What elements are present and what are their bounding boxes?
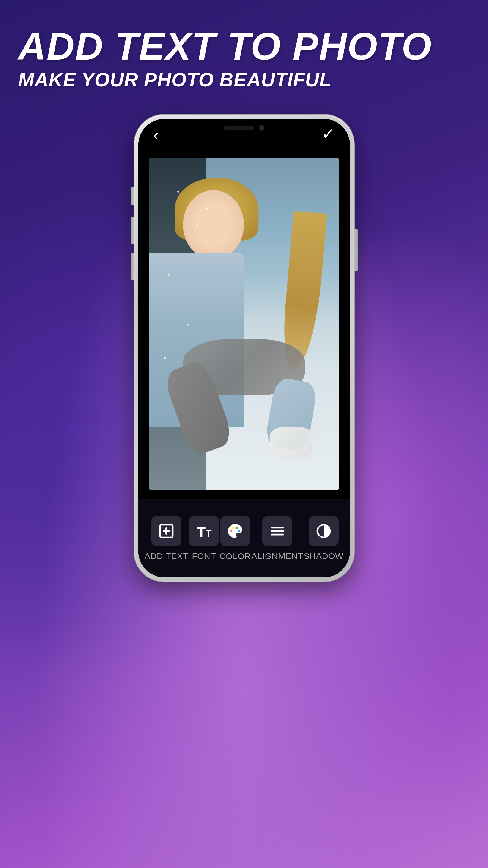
power-button <box>354 229 358 271</box>
back-button[interactable]: ‹ <box>153 127 158 143</box>
svg-text:T: T <box>205 527 211 538</box>
svg-point-6 <box>233 527 235 529</box>
shadow-icon <box>315 523 332 539</box>
alignment-icon <box>269 523 286 539</box>
silent-switch <box>130 253 134 280</box>
shadow-icon-bg <box>309 516 339 546</box>
color-icon-bg <box>220 516 250 546</box>
bottom-toolbar: ADD TEXT T T FONT <box>139 499 350 578</box>
shadow-label: SHADOW <box>304 552 344 561</box>
add-text-icon-bg <box>151 516 181 546</box>
color-tool[interactable]: COLOR <box>219 516 251 561</box>
photo-sim <box>149 158 339 490</box>
phone-mockup: ‹ ✓ <box>134 115 354 582</box>
add-text-tool[interactable]: ADD TEXT <box>144 516 188 561</box>
photo-canvas <box>139 149 350 499</box>
header-section: ADD TEXT TO PHOTO MAKE YOUR PHOTO BEAUTI… <box>18 27 470 91</box>
confirm-button[interactable]: ✓ <box>322 125 335 143</box>
font-label: FONT <box>192 552 216 561</box>
font-tool[interactable]: T T FONT <box>189 516 219 561</box>
add-text-label: ADD TEXT <box>144 552 188 561</box>
svg-point-5 <box>230 530 233 532</box>
alignment-icon-bg <box>262 516 293 546</box>
sub-title: MAKE YOUR PHOTO BEAUTIFUL <box>18 69 470 91</box>
phone-notch <box>202 119 286 137</box>
front-camera <box>259 125 264 130</box>
volume-down-button <box>130 217 134 244</box>
person-face <box>183 190 244 260</box>
snow-particle <box>196 224 199 226</box>
screen-content: ‹ ✓ <box>139 119 350 578</box>
volume-up-button <box>130 187 134 205</box>
speaker-grill <box>224 126 254 130</box>
palette-icon <box>227 523 244 539</box>
font-icon-bg: T T <box>189 516 219 546</box>
color-label: COLOR <box>219 552 251 561</box>
alignment-tool[interactable]: ALIGNMENT <box>251 516 303 561</box>
alignment-label: ALIGNMENT <box>251 552 303 561</box>
font-icon: T T <box>195 523 213 539</box>
photo-frame <box>149 158 339 490</box>
person-fur-cuff <box>270 427 312 459</box>
svg-text:T: T <box>197 524 206 539</box>
main-title: ADD TEXT TO PHOTO <box>18 27 470 66</box>
svg-point-7 <box>236 527 238 529</box>
shadow-tool[interactable]: SHADOW <box>304 516 344 561</box>
plus-square-icon <box>158 523 175 539</box>
person-figure <box>168 174 320 490</box>
svg-point-8 <box>238 530 240 532</box>
snow-particle <box>206 208 208 210</box>
